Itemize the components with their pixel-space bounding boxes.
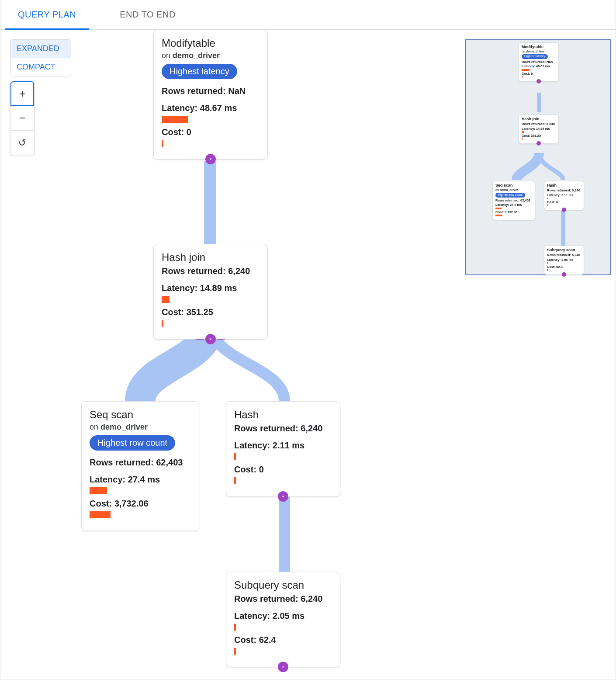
badge-highest-rows: Highest row count [90,435,175,451]
minimap-node-seqscan: Seq scan on demo_driver Highest row coun… [492,181,535,220]
expand-toggle[interactable] [278,662,288,672]
node-title: Modifytable [162,37,260,49]
cost-metric: Cost: 3,732.06 [90,499,191,509]
cost-bar [234,648,236,655]
rows-metric: Rows returned: 62,403 [90,458,191,468]
badge-highest-latency: Highest latency [162,64,237,79]
latency-metric: Latency: 14.89 ms [162,283,260,293]
tab-end-to-end[interactable]: END TO END [107,0,189,29]
view-controls: EXPANDED COMPACT + − ↻ [10,39,71,155]
latency-metric: Latency: 2.11 ms [234,441,332,451]
latency-bar [162,296,170,303]
minimap[interactable]: Modifytable on demo_driver Highest laten… [465,39,611,275]
rows-metric: Rows returned: NaN [162,86,260,96]
zoom-controls: + − ↻ [10,81,35,155]
node-hashjoin[interactable]: Hash join Rows returned: 6,240 Latency: … [153,244,268,340]
zoom-in-button[interactable]: + [10,81,34,106]
cost-metric: Cost: 351.25 [162,307,260,317]
view-expanded-button[interactable]: EXPANDED [10,40,71,58]
minimap-node-modifytable: Modifytable on demo_driver Highest laten… [519,42,559,82]
cost-metric: Cost: 0 [162,127,260,137]
collapse-toggle[interactable] [205,334,216,344]
cost-bar [162,320,163,327]
node-title: Subquery scan [234,579,332,591]
zoom-reset-button[interactable]: ↻ [10,130,34,155]
latency-metric: Latency: 48.67 ms [162,103,260,113]
latency-metric: Latency: 2.05 ms [234,611,332,621]
view-toggle: EXPANDED COMPACT [10,39,71,76]
minimap-node-hashjoin: Hash join Rows returned: 6,240 Latency: … [519,114,559,144]
node-subquery[interactable]: Subquery scan Rows returned: 6,240 Laten… [226,572,340,667]
tab-query-plan[interactable]: QUERY PLAN [5,0,89,29]
node-modifytable[interactable]: Modifytable on demo_driver Highest laten… [153,30,268,160]
minimap-node-subquery: Subquery scan Rows returned: 6,240 Laten… [544,246,584,275]
latency-bar [90,487,107,494]
node-title: Hash [234,409,332,421]
node-target: on demo_driver [162,51,260,60]
node-title: Hash join [162,251,260,264]
cost-bar [162,140,163,147]
cost-bar [234,477,236,484]
rows-metric: Rows returned: 6,240 [234,594,332,604]
minimap-node-hash: Hash Rows returned: 6,240 Latency: 2.11 … [544,181,584,210]
node-title: Seq scan [90,409,191,421]
rows-metric: Rows returned: 6,240 [162,266,260,276]
latency-bar [234,453,236,460]
node-target: on demo_driver [90,423,191,432]
collapse-toggle[interactable] [278,491,288,502]
rows-metric: Rows returned: 6,240 [234,423,332,434]
latency-metric: Latency: 27.4 ms [90,475,191,485]
collapse-toggle[interactable] [205,154,216,164]
zoom-out-button[interactable]: − [10,106,34,130]
node-seqscan[interactable]: Seq scan on demo_driver Highest row coun… [81,401,199,531]
node-hash[interactable]: Hash Rows returned: 6,240 Latency: 2.11 … [226,401,340,497]
view-compact-button[interactable]: COMPACT [10,58,71,76]
latency-bar [234,624,236,631]
cost-metric: Cost: 62.4 [234,635,332,645]
tab-bar: QUERY PLAN END TO END [0,0,616,30]
refresh-icon: ↻ [18,137,26,149]
minus-icon: − [19,111,25,125]
plus-icon: + [19,87,25,101]
cost-metric: Cost: 0 [234,465,332,475]
cost-bar [90,511,111,518]
latency-bar [162,116,188,123]
